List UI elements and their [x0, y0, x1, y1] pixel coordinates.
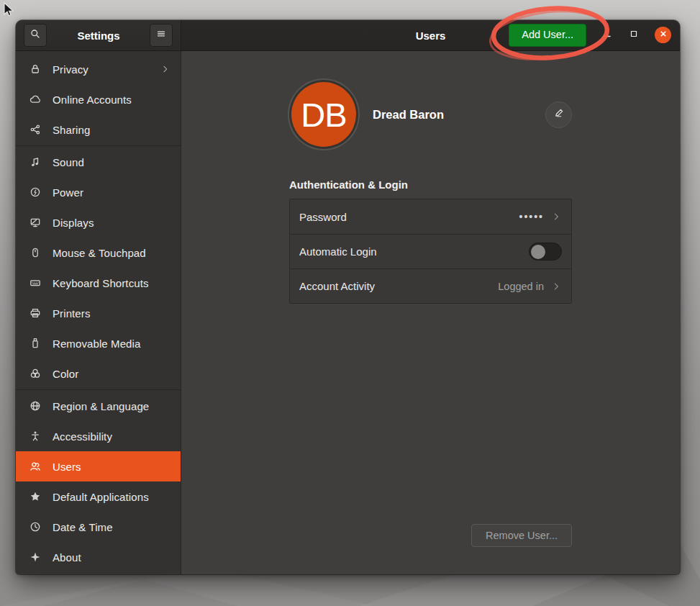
sidebar-list: Privacy Online Accounts Sharing Sound Po… [16, 51, 181, 574]
chevron-right-icon [551, 281, 562, 291]
row-label: Automatic Login [299, 245, 529, 258]
mouse-icon [29, 247, 41, 258]
header-actions: Add User... [509, 24, 671, 46]
sidebar-item-label: Displays [53, 217, 171, 229]
chevron-right-icon [551, 212, 562, 222]
clock-icon [29, 521, 41, 533]
sidebar-item-label: Mouse & Touchpad [53, 247, 171, 259]
row-label: Account Activity [299, 280, 498, 292]
hamburger-icon [155, 28, 167, 42]
sidebar-item-label: Power [53, 186, 171, 199]
sidebar-item-mouse-touchpad[interactable]: Mouse & Touchpad [16, 238, 181, 268]
settings-window: Settings Users Add User... [16, 20, 680, 574]
sidebar-item-label: Keyboard Shortcuts [53, 277, 171, 289]
window-body: Privacy Online Accounts Sharing Sound Po… [16, 51, 680, 574]
color-icon [29, 368, 41, 379]
power-icon [29, 186, 41, 198]
toggle-knob [531, 245, 545, 259]
sidebar-item-label: Online Accounts [53, 94, 171, 106]
toggle-switch[interactable] [529, 243, 562, 261]
users-panel: DB Dread Baron Authentication & Login Pa… [181, 51, 680, 574]
row-automatic-login[interactable]: Automatic Login [290, 234, 571, 268]
search-icon [29, 28, 41, 42]
sidebar-item-region-language[interactable]: Region & Language [16, 391, 181, 421]
remove-user-button[interactable]: Remove User... [471, 524, 572, 547]
cloud-icon [29, 94, 41, 105]
edit-name-button[interactable] [545, 101, 572, 128]
minimize-button[interactable] [601, 30, 613, 41]
mouse-cursor [1, 1, 17, 19]
sidebar-item-label: Users [53, 461, 171, 473]
sidebar-item-default-applications[interactable]: Default Applications [16, 481, 181, 512]
search-button[interactable] [24, 24, 47, 47]
sidebar-item-label: Color [53, 368, 171, 380]
sidebar-header: Settings [16, 20, 181, 50]
sidebar-item-keyboard-shortcuts[interactable]: Keyboard Shortcuts [16, 268, 181, 298]
main-header: Users Add User... [181, 20, 680, 50]
globe-icon [29, 400, 41, 412]
sidebar-item-label: Sound [53, 156, 171, 168]
share-icon [29, 124, 41, 135]
sidebar-item-sharing[interactable]: Sharing [16, 114, 181, 145]
sidebar-item-label: Default Applications [53, 491, 171, 503]
row-value: ••••• [519, 211, 544, 222]
content-column: DB Dread Baron Authentication & Login Pa… [289, 51, 572, 574]
users-icon [29, 461, 41, 472]
sidebar-item-label: Date & Time [53, 521, 171, 533]
lock-icon [29, 63, 41, 75]
user-name: Dread Baron [373, 108, 545, 122]
sidebar-item-label: About [53, 551, 171, 564]
auth-listbox: Password ••••• Automatic Login Account A… [289, 199, 572, 304]
user-row: DB Dread Baron [289, 51, 572, 147]
pencil-icon [553, 107, 565, 122]
printer-icon [29, 307, 41, 319]
sidebar-item-online-accounts[interactable]: Online Accounts [16, 84, 181, 114]
sidebar-item-privacy[interactable]: Privacy [16, 54, 181, 84]
section-title: Authentication & Login [289, 178, 572, 191]
keyboard-icon [29, 277, 41, 289]
sidebar-item-color[interactable]: Color [16, 358, 181, 389]
add-user-button[interactable]: Add User... [509, 24, 586, 46]
menu-button[interactable] [150, 24, 173, 47]
maximize-icon [628, 28, 640, 42]
sparkle-icon [29, 551, 41, 563]
headerbar: Settings Users Add User... [16, 20, 680, 51]
sidebar-item-label: Printers [53, 307, 171, 320]
sidebar-item-sound[interactable]: Sound [16, 147, 181, 177]
sidebar-item-power[interactable]: Power [16, 177, 181, 207]
sidebar-item-label: Privacy [53, 63, 149, 76]
row-account-activity[interactable]: Account Activity Logged in [290, 268, 571, 303]
avatar: DB [291, 82, 356, 147]
sidebar-item-label: Sharing [53, 124, 171, 136]
display-icon [29, 217, 41, 228]
sidebar-separator [16, 145, 181, 146]
usb-drive-icon [29, 338, 41, 349]
sidebar-item-about[interactable]: About [16, 542, 181, 572]
sidebar-item-label: Accessibility [53, 430, 171, 443]
chevron-right-icon [160, 64, 171, 74]
close-icon [658, 28, 669, 42]
sidebar-item-removable-media[interactable]: Removable Media [16, 328, 181, 358]
sidebar-item-label: Region & Language [53, 400, 171, 412]
sidebar-item-accessibility[interactable]: Accessibility [16, 421, 181, 451]
row-label: Password [299, 211, 519, 223]
sidebar-item-users[interactable]: Users [16, 451, 181, 481]
sidebar-item-displays[interactable]: Displays [16, 207, 181, 238]
music-note-icon [29, 156, 41, 168]
sidebar-item-printers[interactable]: Printers [16, 298, 181, 328]
close-button[interactable] [655, 27, 671, 43]
sidebar-item-label: Removable Media [53, 338, 171, 350]
sidebar-separator [16, 389, 181, 390]
row-value: Logged in [498, 281, 544, 292]
minimize-icon [601, 28, 613, 42]
accessibility-icon [29, 430, 41, 442]
maximize-button[interactable] [628, 30, 640, 41]
sidebar-item-date-time[interactable]: Date & Time [16, 512, 181, 542]
star-icon [29, 491, 41, 502]
row-password[interactable]: Password ••••• [290, 199, 571, 234]
